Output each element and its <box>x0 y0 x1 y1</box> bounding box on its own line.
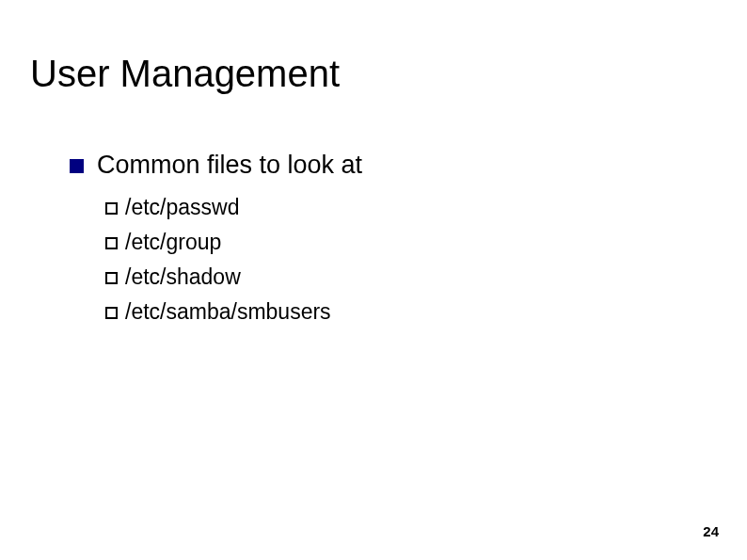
hollow-square-bullet-icon <box>105 202 118 215</box>
list-item: Common files to look at <box>70 151 362 180</box>
level2-text: /etc/group <box>125 230 221 255</box>
hollow-square-bullet-icon <box>105 272 118 284</box>
bullet-level1: Common files to look at <box>70 151 362 180</box>
level2-text: /etc/shadow <box>125 264 241 290</box>
slide-title: User Management <box>30 53 340 95</box>
list-item: /etc/samba/smbusers <box>105 299 331 325</box>
list-item: /etc/shadow <box>105 264 331 290</box>
level2-text: /etc/samba/smbusers <box>125 299 331 325</box>
list-item: /etc/passwd <box>105 195 331 220</box>
level2-text: /etc/passwd <box>125 195 239 220</box>
bullet-level2: /etc/passwd /etc/group /etc/shadow /etc/… <box>105 195 331 334</box>
level1-text: Common files to look at <box>97 151 362 180</box>
filled-square-bullet-icon <box>70 159 84 173</box>
page-number: 24 <box>703 523 719 539</box>
list-item: /etc/group <box>105 230 331 255</box>
slide: User Management Common files to look at … <box>0 0 747 560</box>
hollow-square-bullet-icon <box>105 237 118 249</box>
hollow-square-bullet-icon <box>105 307 118 319</box>
